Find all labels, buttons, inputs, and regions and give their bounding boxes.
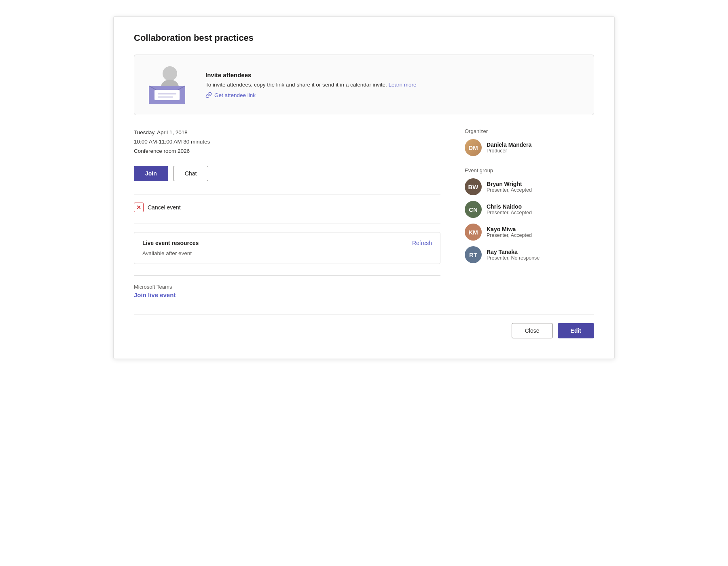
chat-button[interactable]: Chat <box>173 166 209 181</box>
organizer-label: Organizer <box>465 128 594 134</box>
organizer-role: Producer <box>487 148 531 154</box>
event-group-section: Event group BWBryan WrightPresenter, Acc… <box>465 167 594 263</box>
divider-2 <box>134 224 440 224</box>
resources-body: Available after event <box>142 250 432 256</box>
refresh-link[interactable]: Refresh <box>412 240 432 246</box>
event-time: 10:00 AM-11:00 AM 30 minutes <box>134 137 440 147</box>
close-button[interactable]: Close <box>512 323 553 338</box>
footer-buttons: Close Edit <box>134 315 594 338</box>
member-role: Presenter, Accepted <box>487 232 532 238</box>
live-event-resources-box: Live event resources Refresh Available a… <box>134 232 440 264</box>
main-content: Tuesday, April 1, 2018 10:00 AM-11:00 AM… <box>134 128 594 298</box>
cancel-icon: ✕ <box>134 203 144 212</box>
teams-section: Microsoft Teams Join live event <box>134 284 440 298</box>
invite-description: To invite attendees, copy the link and s… <box>205 82 417 88</box>
member-name: Chris Naidoo <box>487 203 532 210</box>
invite-content: Invite attendees To invite attendees, co… <box>205 72 417 98</box>
member-info: Bryan WrightPresenter, Accepted <box>487 181 532 193</box>
avatar-daniela: DM <box>465 139 482 156</box>
teams-label: Microsoft Teams <box>134 284 440 290</box>
edit-button[interactable]: Edit <box>558 323 594 338</box>
event-group-members: BWBryan WrightPresenter, AcceptedCNChris… <box>465 178 594 263</box>
member-role: Presenter, Accepted <box>487 187 532 193</box>
avatar-chris: CN <box>465 201 482 218</box>
resources-title: Live event resources <box>142 240 199 246</box>
event-group-label: Event group <box>465 167 594 173</box>
organizer-name: Daniela Mandera <box>487 142 531 148</box>
page-title: Collaboration best practices <box>134 33 594 43</box>
member-name: Kayo Miwa <box>487 226 532 232</box>
organizer-section: Organizer DM Daniela Mandera Producer <box>465 128 594 156</box>
join-button[interactable]: Join <box>134 166 168 181</box>
svg-point-0 <box>163 66 177 81</box>
join-live-event-link[interactable]: Join live event <box>134 291 176 298</box>
event-group-member-row: BWBryan WrightPresenter, Accepted <box>465 178 594 195</box>
member-info: Kayo MiwaPresenter, Accepted <box>487 226 532 238</box>
avatar-ray: RT <box>465 246 482 263</box>
action-buttons: Join Chat <box>134 166 440 181</box>
member-role: Presenter, Accepted <box>487 210 532 215</box>
divider-3 <box>134 275 440 276</box>
right-column: Organizer DM Daniela Mandera Producer Ev… <box>465 128 594 298</box>
link-icon <box>205 92 212 98</box>
member-role: Presenter, No response <box>487 255 540 261</box>
invite-banner: Invite attendees To invite attendees, co… <box>134 55 594 115</box>
event-group-member-row: CNChris NaidooPresenter, Accepted <box>465 201 594 218</box>
invite-title: Invite attendees <box>205 72 417 78</box>
divider-1 <box>134 194 440 194</box>
cancel-event-text[interactable]: Cancel event <box>148 204 181 211</box>
modal-container: Collaboration best practices Invit <box>113 16 615 359</box>
event-details: Tuesday, April 1, 2018 10:00 AM-11:00 AM… <box>134 128 440 156</box>
avatar-kayo: KM <box>465 224 482 241</box>
event-group-member-row: RTRay TanakaPresenter, No response <box>465 246 594 263</box>
event-group-member-row: KMKayo MiwaPresenter, Accepted <box>465 224 594 241</box>
cancel-event-row[interactable]: ✕ Cancel event <box>134 203 440 212</box>
learn-more-link[interactable]: Learn more <box>389 82 417 88</box>
organizer-row: DM Daniela Mandera Producer <box>465 139 594 156</box>
event-date: Tuesday, April 1, 2018 <box>134 128 440 137</box>
avatar-bryan: BW <box>465 178 482 195</box>
organizer-info: Daniela Mandera Producer <box>487 142 531 154</box>
get-attendee-link[interactable]: Get attendee link <box>205 92 417 98</box>
event-location: Conference room 2026 <box>134 147 440 156</box>
left-column: Tuesday, April 1, 2018 10:00 AM-11:00 AM… <box>134 128 440 298</box>
member-name: Ray Tanaka <box>487 249 540 255</box>
resources-header: Live event resources Refresh <box>142 240 432 246</box>
member-info: Ray TanakaPresenter, No response <box>487 249 540 261</box>
invite-illustration <box>146 65 194 105</box>
member-info: Chris NaidooPresenter, Accepted <box>487 203 532 215</box>
svg-rect-3 <box>154 90 180 100</box>
member-name: Bryan Wright <box>487 181 532 187</box>
